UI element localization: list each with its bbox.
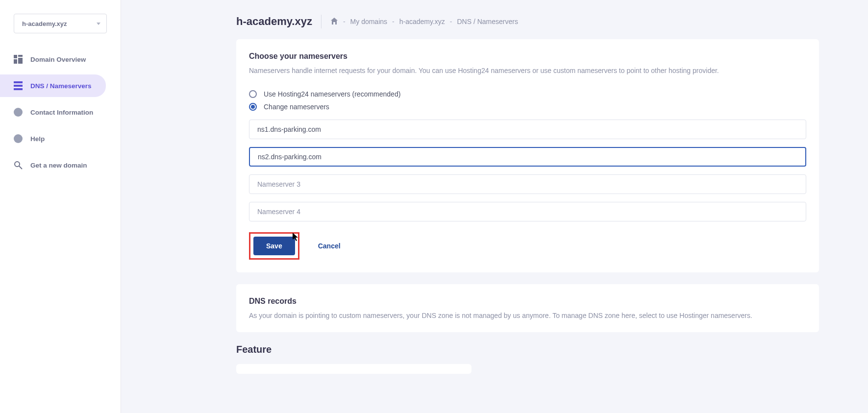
breadcrumb-separator: -	[392, 18, 395, 25]
nameserver-2-input[interactable]	[249, 147, 806, 167]
svg-rect-0	[14, 55, 17, 58]
radio-icon-selected	[249, 103, 257, 111]
search-icon	[14, 161, 23, 170]
svg-point-8	[14, 134, 23, 143]
sidebar-item-label: Domain Overview	[30, 56, 86, 63]
dns-records-card: DNS records As your domain is pointing t…	[236, 284, 819, 332]
nameserver-1-input[interactable]	[249, 120, 806, 139]
radio-icon	[249, 90, 257, 98]
nameserver-4-input[interactable]	[249, 202, 806, 221]
sidebar-item-label: Contact Information	[30, 109, 93, 116]
card-title: Choose your nameservers	[249, 52, 806, 61]
sidebar-item-contact-information[interactable]: Contact Information	[0, 101, 121, 123]
radio-hosting24-nameservers[interactable]: Use Hosting24 nameservers (recommended)	[249, 90, 806, 98]
card-description: Nameservers handle internet requests for…	[249, 67, 806, 74]
save-button[interactable]: Save	[253, 237, 295, 255]
sidebar: h-academy.xyz Domain Overview DNS / Name…	[0, 0, 121, 413]
svg-point-9	[15, 162, 20, 167]
info-icon	[14, 108, 23, 117]
home-icon[interactable]	[330, 17, 338, 26]
sidebar-item-get-new-domain[interactable]: Get a new domain	[0, 154, 121, 176]
nameserver-inputs-group	[249, 120, 806, 221]
card-title: DNS records	[249, 297, 806, 306]
form-actions: Save Cancel	[249, 232, 806, 260]
svg-rect-1	[18, 55, 23, 57]
dashboard-icon	[14, 55, 23, 64]
breadcrumb-separator: -	[450, 18, 452, 25]
svg-rect-4	[14, 81, 23, 83]
sidebar-item-domain-overview[interactable]: Domain Overview	[0, 48, 121, 71]
help-icon	[14, 134, 23, 143]
save-button-highlight: Save	[249, 232, 299, 260]
svg-rect-3	[14, 59, 17, 64]
main-content: h-academy.xyz - My domains - h-academy.x…	[121, 0, 868, 413]
radio-change-nameservers[interactable]: Change nameservers	[249, 103, 806, 111]
sidebar-item-label: Help	[30, 135, 45, 143]
breadcrumb-my-domains[interactable]: My domains	[350, 18, 387, 25]
card-description: As your domain is pointing to custom nam…	[249, 312, 806, 319]
svg-rect-2	[18, 58, 23, 64]
feature-section-title: Feature	[236, 344, 819, 355]
svg-line-10	[19, 166, 22, 169]
nameservers-card: Choose your nameservers Nameservers hand…	[236, 39, 819, 272]
domain-select-value: h-academy.xyz	[22, 20, 67, 27]
dns-icon	[14, 81, 23, 90]
breadcrumb-separator: -	[343, 18, 346, 25]
nameserver-3-input[interactable]	[249, 174, 806, 194]
sidebar-item-label: DNS / Nameservers	[30, 82, 92, 90]
cancel-button[interactable]: Cancel	[318, 242, 341, 250]
page-header: h-academy.xyz - My domains - h-academy.x…	[236, 15, 819, 28]
breadcrumb-domain[interactable]: h-academy.xyz	[399, 18, 445, 25]
sidebar-item-label: Get a new domain	[30, 162, 87, 169]
radio-label: Change nameservers	[264, 103, 329, 111]
sidebar-item-dns-nameservers[interactable]: DNS / Nameservers	[0, 74, 106, 97]
domain-select-dropdown[interactable]: h-academy.xyz	[14, 14, 107, 33]
vertical-separator	[321, 15, 322, 28]
svg-rect-5	[14, 85, 23, 87]
svg-rect-6	[14, 88, 23, 90]
feature-card-partial	[236, 364, 471, 374]
svg-point-7	[14, 108, 23, 117]
radio-label: Use Hosting24 nameservers (recommended)	[264, 90, 400, 98]
breadcrumb: - My domains - h-academy.xyz - DNS / Nam…	[330, 17, 518, 26]
chevron-down-icon	[97, 23, 100, 25]
sidebar-item-help[interactable]: Help	[0, 127, 121, 150]
breadcrumb-current: DNS / Nameservers	[457, 18, 518, 25]
page-title: h-academy.xyz	[236, 15, 312, 28]
